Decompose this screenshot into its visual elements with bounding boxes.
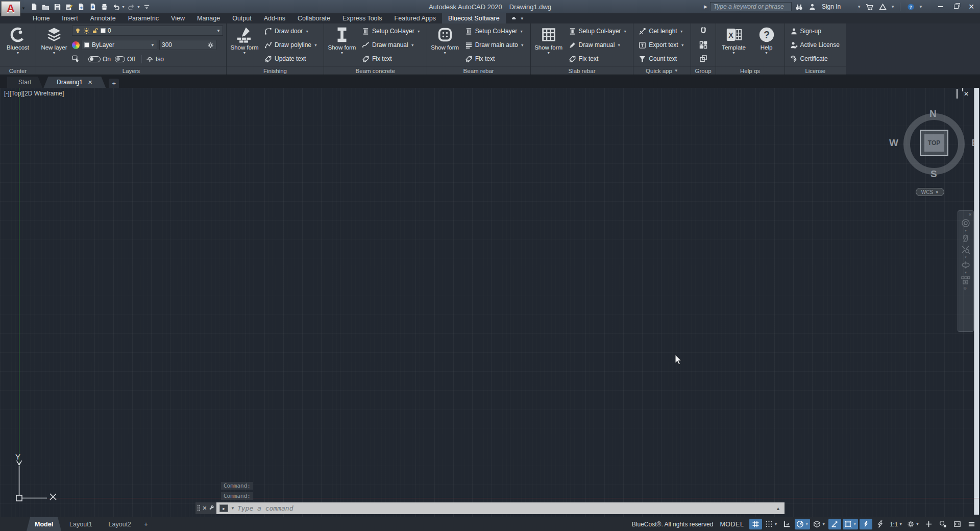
search-input[interactable]: [710, 2, 792, 11]
ribbon-display-options[interactable]: ▼: [506, 13, 528, 23]
drawing-viewport[interactable]: [-][Top][2D Wireframe] ✕ N S W E TOP WCS…: [0, 88, 980, 517]
big-button-show-form[interactable]: Show form▼: [429, 25, 461, 65]
export-text-caret-icon[interactable]: ▼: [681, 43, 684, 47]
viewcube-north[interactable]: N: [929, 108, 937, 119]
button-setup-col-layer[interactable]: Setup Col-layer▼: [464, 26, 525, 36]
ribbon-tab-collaborate[interactable]: Collaborate: [291, 13, 336, 23]
layout-tab-layout1[interactable]: Layout1: [61, 517, 100, 531]
app-store-cart-icon[interactable]: [864, 2, 874, 12]
open-folder-button[interactable]: [40, 2, 51, 12]
share-button[interactable]: [87, 2, 98, 12]
panel-label-license[interactable]: License: [785, 66, 846, 75]
viewcube[interactable]: N S W E TOP: [902, 112, 966, 176]
help-caret-icon[interactable]: ▼: [765, 51, 768, 55]
big-button-show-form[interactable]: Show form▼: [533, 25, 565, 65]
autotrack-button[interactable]: [828, 519, 841, 529]
panel-label-quick-app[interactable]: Quick app▼: [633, 66, 690, 75]
setup-col-layer-caret-icon[interactable]: ▼: [520, 30, 523, 33]
autocad-logo[interactable]: A: [1, 1, 20, 16]
setup-col-layer-caret-icon[interactable]: ▼: [417, 30, 421, 33]
big-button-help[interactable]: ?Help▼: [751, 25, 782, 65]
undo-caret-icon[interactable]: ▼: [121, 5, 125, 9]
button-export-text[interactable]: Export text▼: [638, 40, 685, 50]
show-form-caret-icon[interactable]: ▼: [340, 51, 344, 55]
draw-polyline-caret-icon[interactable]: ▼: [314, 43, 317, 47]
navbar-caret-icon[interactable]: ▼: [964, 256, 967, 259]
navbar-caret-icon[interactable]: ▼: [964, 271, 967, 274]
button-get-lenght[interactable]: Get lenght▼: [638, 26, 685, 36]
command-prompt-icon[interactable]: ▸: [219, 504, 228, 512]
isometric-drafting-button[interactable]: ▼: [812, 519, 827, 529]
zoom-icon[interactable]: [961, 245, 971, 255]
annotation-scale-button[interactable]: 1:1▼: [888, 519, 904, 529]
isometric-drafting-caret-icon[interactable]: ▼: [822, 522, 825, 526]
get-lenght-caret-icon[interactable]: ▼: [680, 30, 683, 33]
command-input[interactable]: [237, 504, 781, 512]
file-tab-close-icon[interactable]: ✕: [88, 79, 92, 86]
clean-screen-button[interactable]: [951, 519, 964, 529]
button-certificate[interactable]: Certificate: [789, 54, 841, 64]
button-setup-col-layer[interactable]: Setup Col-layer▼: [361, 26, 422, 36]
button-draw-door[interactable]: Draw door▼: [263, 26, 318, 36]
panel-label-center[interactable]: Center: [0, 66, 36, 75]
navigation-wheel-icon[interactable]: [961, 218, 971, 228]
ribbon-tab-featured-apps[interactable]: Featured Apps: [388, 13, 442, 23]
setup-col-layer-caret-icon[interactable]: ▼: [623, 30, 627, 33]
file-tab-start[interactable]: Start: [7, 77, 42, 88]
ribbon-tab-view[interactable]: View: [165, 13, 191, 23]
viewport-close-button[interactable]: ✕: [964, 91, 969, 97]
sign-in-button[interactable]: Sign In: [822, 3, 841, 10]
draw-door-caret-icon[interactable]: ▼: [305, 30, 309, 33]
template-caret-icon[interactable]: ▼: [732, 51, 736, 55]
button-fix-text[interactable]: Fix text: [464, 54, 525, 64]
undo-button[interactable]: [111, 2, 121, 12]
panel-label-finishing[interactable]: Finishing: [227, 66, 324, 75]
show-motion-icon[interactable]: [961, 275, 971, 285]
help-caret-icon[interactable]: ▼: [919, 5, 923, 9]
redo-button[interactable]: [126, 2, 137, 12]
pan-icon[interactable]: [961, 233, 971, 244]
group-edit-button[interactable]: [697, 54, 709, 64]
customization-button[interactable]: [965, 519, 978, 529]
bluecost-caret-icon[interactable]: ▼: [16, 51, 20, 55]
quick-measure-button[interactable]: [922, 519, 935, 529]
big-button-show-form[interactable]: Show form▼: [229, 25, 260, 65]
command-bar-grip[interactable]: [197, 504, 200, 512]
vertical-scrollbar[interactable]: [974, 88, 979, 515]
button-fix-text[interactable]: Fix text: [568, 54, 628, 64]
autodesk-app-caret-icon[interactable]: ▼: [891, 5, 895, 9]
layers-on-toggle[interactable]: [88, 56, 101, 62]
new-layer-caret-icon[interactable]: ▼: [53, 51, 56, 55]
button-draw-polyline[interactable]: Draw polyline▼: [263, 40, 318, 50]
new-drawing-tab-button[interactable]: +: [109, 79, 119, 88]
viewport-controls-label[interactable]: [-][Top][2D Wireframe]: [4, 90, 64, 97]
ribbon-tab-parametric[interactable]: Parametric: [122, 13, 165, 23]
workspace-switching-button[interactable]: ▼: [905, 519, 921, 529]
app-menu-caret-icon[interactable]: ▼: [21, 6, 26, 11]
ortho-mode-button[interactable]: [780, 519, 793, 529]
overflow-button[interactable]: [141, 2, 152, 12]
show-form-caret-icon[interactable]: ▼: [243, 51, 247, 55]
button-sign-up[interactable]: Sign-up: [789, 26, 841, 36]
viewport-restore-button[interactable]: [957, 89, 958, 99]
wcs-dropdown[interactable]: WCS ▼: [916, 188, 944, 196]
command-expand-icon[interactable]: ▲: [776, 506, 780, 511]
autodesk-app-icon[interactable]: [877, 2, 888, 12]
button-update-text[interactable]: Update text: [263, 54, 318, 64]
new-layout-button[interactable]: +: [139, 517, 153, 531]
user-icon[interactable]: [807, 2, 818, 12]
restore-button[interactable]: [948, 1, 964, 12]
match-layer-button[interactable]: [72, 55, 80, 64]
button-draw-manual[interactable]: Draw manual▼: [568, 40, 628, 50]
ribbon-options-caret-icon[interactable]: ▼: [520, 16, 524, 21]
file-tab-drawing1[interactable]: Drawing1✕: [43, 77, 106, 88]
ribbon-tab-annotate[interactable]: Annotate: [84, 13, 122, 23]
search-binoculars-icon[interactable]: [794, 2, 804, 12]
grid-display-button[interactable]: [749, 519, 762, 529]
panel-label-slab-rebar[interactable]: Slab rebar: [531, 66, 633, 75]
show-form-caret-icon[interactable]: ▼: [547, 51, 550, 55]
draw-manual-caret-icon[interactable]: ▼: [411, 43, 414, 47]
panel-label-layers[interactable]: Layers: [36, 66, 226, 75]
orbit-icon[interactable]: [961, 260, 971, 270]
layout-tab-model[interactable]: Model: [27, 517, 61, 531]
